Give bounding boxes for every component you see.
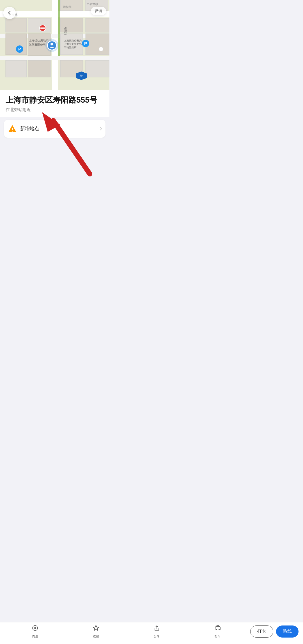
svg-text:P: P <box>18 47 21 51</box>
svg-rect-7 <box>6 34 27 55</box>
svg-text:上海铁路公安局: 上海铁路公安局 <box>64 39 82 42</box>
map-view[interactable]: 万宝路 万宝路 寿阳路 海悦阁 外宿舍楼 上海悦达房地产 发展有限公司 上海铁路… <box>0 0 109 90</box>
svg-rect-8 <box>28 18 50 32</box>
svg-point-41 <box>50 43 53 45</box>
svg-point-42 <box>99 47 103 51</box>
svg-text:车站派出所: 车站派出所 <box>64 46 77 49</box>
add-location-label: 新增地点 <box>20 125 99 132</box>
svg-rect-19 <box>86 60 109 77</box>
svg-rect-13 <box>86 18 109 32</box>
location-subtitle: 在北郊站附近 <box>6 107 104 112</box>
svg-text:警: 警 <box>80 74 83 77</box>
svg-rect-17 <box>28 60 50 77</box>
svg-text:寿阳路: 寿阳路 <box>64 27 67 35</box>
svg-text:外宿舍楼: 外宿舍楼 <box>87 3 98 6</box>
svg-text:海悦阁: 海悦阁 <box>63 5 72 8</box>
svg-rect-45 <box>12 131 13 132</box>
svg-text:发展有限公司: 发展有限公司 <box>29 43 46 46</box>
back-chevron-icon <box>8 11 12 15</box>
svg-rect-5 <box>58 0 60 56</box>
location-info: 上海市静安区寿阳路555号 在北郊站附近 <box>0 90 109 117</box>
svg-rect-36 <box>40 27 45 29</box>
svg-rect-12 <box>60 18 83 32</box>
add-location-card[interactable]: 新增地点 <box>4 120 105 138</box>
svg-rect-4 <box>0 56 109 60</box>
svg-rect-6 <box>6 18 27 32</box>
svg-text:上海悦达房地产: 上海悦达房地产 <box>29 39 49 42</box>
feedback-button[interactable]: 反馈 <box>91 7 106 15</box>
svg-text:P: P <box>84 41 87 46</box>
empty-content-area <box>0 141 109 232</box>
content-section: 上海市静安区寿阳路555号 在北郊站附近 新增地点 <box>0 90 109 232</box>
svg-rect-16 <box>6 60 27 77</box>
location-title: 上海市静安区寿阳路555号 <box>6 95 104 105</box>
back-button[interactable] <box>3 7 16 19</box>
svg-rect-44 <box>12 128 13 130</box>
feedback-label: 反馈 <box>95 9 102 13</box>
chevron-right-icon <box>99 127 102 130</box>
svg-text:上海公安处北郊: 上海公安处北郊 <box>64 43 82 45</box>
warning-icon <box>8 124 17 133</box>
